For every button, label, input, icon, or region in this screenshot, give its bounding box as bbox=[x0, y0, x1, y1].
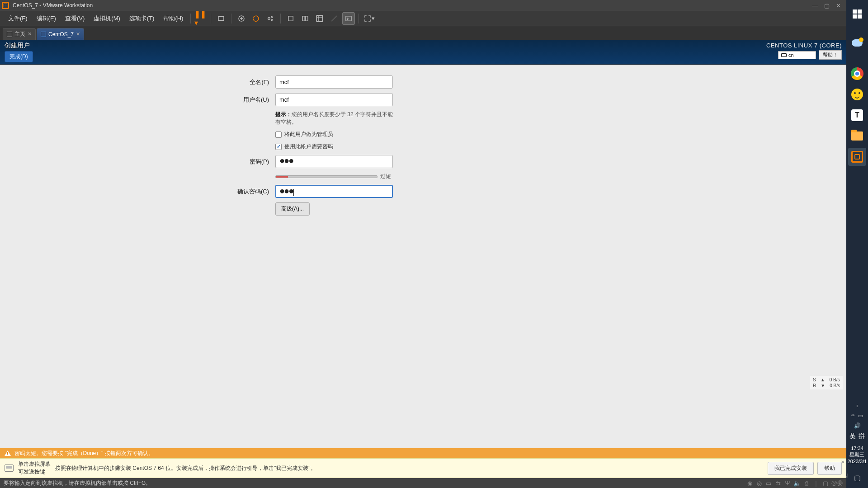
usb-icon[interactable]: Ψ bbox=[784, 480, 791, 486]
done-button[interactable]: 完成(D) bbox=[5, 51, 33, 62]
ime-mode[interactable]: 拼 bbox=[859, 432, 865, 441]
face-icon[interactable] bbox=[848, 85, 866, 103]
ime-lang[interactable]: 英 bbox=[849, 432, 856, 441]
vm-icon bbox=[41, 32, 46, 37]
menu-view[interactable]: 查看(V) bbox=[61, 11, 89, 26]
vmware-taskbar-icon[interactable] bbox=[848, 148, 866, 166]
vmware-app-icon bbox=[2, 2, 9, 9]
network-icon[interactable]: ⇆ bbox=[775, 480, 781, 486]
minimize-button[interactable]: — bbox=[812, 2, 818, 9]
confirm-password-label: 确认密码(C) bbox=[0, 188, 269, 196]
snapshot-manager-icon[interactable] bbox=[264, 12, 277, 25]
tab-vm-label: CentOS_7 bbox=[48, 31, 74, 38]
keyboard-icon bbox=[781, 53, 787, 57]
watermark-text: CSDN @姜775 bbox=[836, 480, 843, 486]
username-label: 用户名(U) bbox=[0, 96, 269, 104]
wifi-icon[interactable]: ⌔ bbox=[851, 413, 854, 419]
keyboard-layout-badge[interactable]: cn bbox=[778, 51, 816, 59]
install-done-button[interactable]: 我已完成安装 bbox=[768, 462, 814, 475]
username-hint: 提示：您的用户名长度要少于 32 个字符并且不能有空格。 bbox=[275, 111, 393, 126]
vmware-hint-strip: 单击虚拟屏幕 可发送按键 按照在物理计算机中的步骤安装 CentOS 7 64 … bbox=[0, 458, 846, 478]
snapshot-take-icon[interactable] bbox=[235, 12, 248, 25]
menu-vm[interactable]: 虚拟机(M) bbox=[89, 11, 125, 26]
console-view-icon[interactable] bbox=[342, 12, 355, 25]
tabbar: 主页 ✕ CentOS_7 ✕ bbox=[0, 26, 846, 40]
power-pause-button[interactable]: ❚❚ ▾ bbox=[194, 12, 207, 25]
close-button[interactable]: ✕ bbox=[836, 2, 841, 9]
close-icon[interactable]: ✕ bbox=[28, 31, 32, 37]
strip-help-button[interactable]: 帮助 bbox=[817, 462, 842, 475]
cd-icon[interactable]: ◎ bbox=[756, 480, 762, 486]
send-ctrlaltdel-icon[interactable] bbox=[215, 12, 227, 25]
floppy-icon[interactable]: ▭ bbox=[765, 480, 772, 486]
distro-label: CENTOS LINUX 7 (CORE) bbox=[766, 42, 842, 49]
windows-taskbar: T ‹ ⌔▭ 🔊 英拼 17:34 星期三 2023/3/1 ▢ bbox=[846, 0, 868, 488]
stretch-icon[interactable] bbox=[328, 12, 340, 25]
svg-point-2 bbox=[268, 17, 270, 19]
text-app-icon[interactable]: T bbox=[848, 106, 866, 124]
tab-centos7[interactable]: CentOS_7 ✕ bbox=[37, 28, 84, 40]
display-icon[interactable]: ▢ bbox=[822, 480, 829, 486]
clock-time: 17:34 bbox=[848, 445, 867, 451]
sound-icon[interactable]: 🔈 bbox=[794, 480, 800, 486]
svg-point-4 bbox=[271, 19, 273, 20]
net-monitor-overlay: S▲0 B/s R▼0 B/s bbox=[810, 376, 843, 389]
fullname-label: 全名(F) bbox=[0, 78, 269, 86]
maximize-button[interactable]: ▢ bbox=[824, 2, 830, 9]
tray-chevron-icon[interactable]: ‹ bbox=[856, 403, 858, 409]
svg-point-3 bbox=[271, 16, 273, 18]
confirm-password-input[interactable]: ●●● bbox=[275, 185, 393, 198]
svg-rect-8 bbox=[317, 15, 323, 22]
password-strength-meter bbox=[275, 175, 377, 178]
notifications-icon[interactable]: ▢ bbox=[848, 469, 866, 487]
warning-text: 密码太短。您需要按 "完成（Done）" 按钮两次方可确认。 bbox=[14, 450, 154, 457]
tab-home[interactable]: 主页 ✕ bbox=[3, 28, 36, 40]
hdd-icon[interactable]: ◉ bbox=[746, 480, 753, 486]
vmware-window: CentOS_7 - VMware Workstation — ▢ ✕ 文件(F… bbox=[0, 0, 846, 488]
username-input[interactable] bbox=[275, 93, 393, 106]
warning-bar: 密码太短。您需要按 "完成（Done）" 按钮两次方可确认。 bbox=[0, 448, 846, 458]
view-multi-icon[interactable] bbox=[299, 12, 311, 25]
fullscreen-icon[interactable]: ▾ bbox=[363, 12, 375, 25]
svg-rect-0 bbox=[218, 16, 224, 20]
tab-home-label: 主页 bbox=[14, 30, 25, 38]
window-title: CentOS_7 - VMware Workstation bbox=[13, 2, 93, 9]
taskbar-clock[interactable]: 17:34 星期三 2023/3/1 bbox=[848, 445, 867, 465]
admin-checkbox[interactable] bbox=[275, 131, 282, 138]
weather-icon[interactable] bbox=[848, 34, 866, 52]
home-icon bbox=[7, 32, 12, 37]
menu-edit[interactable]: 编辑(E) bbox=[32, 11, 61, 26]
menu-tabs[interactable]: 选项卡(T) bbox=[125, 11, 159, 26]
view-unity-icon[interactable] bbox=[313, 12, 326, 25]
explorer-icon[interactable] bbox=[848, 127, 866, 145]
advanced-button[interactable]: 高级(A)... bbox=[275, 202, 310, 216]
menu-help[interactable]: 帮助(H) bbox=[159, 11, 188, 26]
fullname-input[interactable] bbox=[275, 75, 393, 89]
guest-screen[interactable]: 创建用户 完成(D) CENTOS LINUX 7 (CORE) cn 帮助！ … bbox=[0, 40, 846, 458]
volume-icon[interactable]: 🔊 bbox=[854, 422, 861, 429]
warning-icon bbox=[5, 450, 11, 456]
password-strength-text: 过短 bbox=[380, 173, 391, 180]
chrome-icon[interactable] bbox=[848, 65, 866, 83]
snapshot-revert-icon[interactable] bbox=[250, 12, 262, 25]
svg-rect-5 bbox=[288, 16, 293, 21]
menubar: 文件(F) 编辑(E) 查看(V) 虚拟机(M) 选项卡(T) 帮助(H) ❚❚… bbox=[0, 11, 846, 26]
require-password-label: 使用此帐户需要密码 bbox=[284, 143, 333, 150]
titlebar: CentOS_7 - VMware Workstation — ▢ ✕ bbox=[0, 0, 846, 11]
help-button[interactable]: 帮助！ bbox=[819, 50, 842, 60]
installer-header: 创建用户 完成(D) CENTOS LINUX 7 (CORE) cn 帮助！ bbox=[0, 40, 846, 65]
svg-rect-9 bbox=[346, 16, 351, 21]
svg-rect-6 bbox=[302, 16, 305, 21]
require-password-checkbox[interactable] bbox=[275, 144, 282, 150]
password-input[interactable]: ●●● bbox=[275, 155, 393, 168]
hint-title-1: 单击虚拟屏幕 bbox=[18, 460, 51, 468]
close-icon[interactable]: ✕ bbox=[76, 31, 80, 37]
clock-date: 2023/3/1 bbox=[848, 458, 867, 465]
close-icon[interactable]: ✕ bbox=[841, 460, 844, 465]
start-button[interactable] bbox=[848, 5, 866, 23]
battery-icon[interactable]: ▭ bbox=[858, 413, 863, 419]
menu-file[interactable]: 文件(F) bbox=[4, 11, 32, 26]
view-single-icon[interactable] bbox=[284, 12, 297, 25]
printer-icon[interactable]: ⎙ bbox=[803, 480, 810, 486]
create-user-form: 全名(F) 用户名(U) 提示：您的用户名长度要少于 32 个字符并且不能有空格… bbox=[0, 65, 846, 448]
